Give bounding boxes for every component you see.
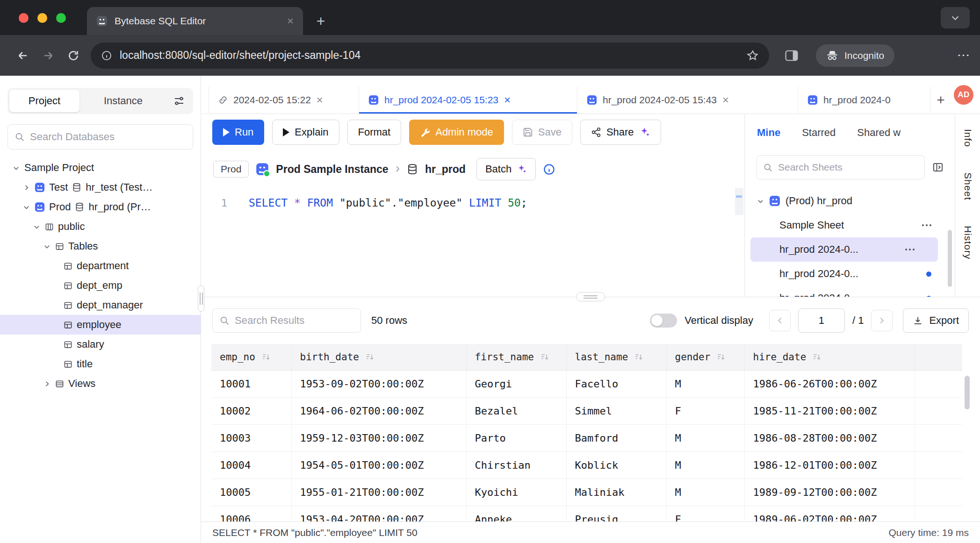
column-header-hire-date[interactable]: hire_date — [744, 344, 915, 370]
save-button[interactable]: Save — [512, 120, 572, 145]
sidebar-item-tables-group[interactable]: Tables — [0, 236, 201, 256]
tab-instance[interactable]: Instance — [79, 95, 167, 107]
sidebar-item-table-employee[interactable]: employee — [0, 315, 201, 335]
user-avatar[interactable]: AD — [954, 85, 973, 105]
sidebar-item-schema-public[interactable]: public — [0, 217, 201, 236]
sheets-search[interactable] — [756, 155, 925, 179]
search-sheets-input[interactable] — [778, 162, 918, 173]
reload-button[interactable] — [61, 43, 86, 68]
instance-name[interactable]: Prod Sample Instance — [276, 163, 388, 176]
tab-shared[interactable]: Shared w — [857, 127, 901, 139]
table-row[interactable]: 100021964-06-02T00:00:00ZBezalelSimmelF1… — [211, 397, 962, 424]
tab-sheet[interactable]: Sheet — [962, 172, 973, 200]
sheet-tab-2[interactable]: hr_prod 2024-02-05 15:43 × — [577, 86, 798, 114]
browser-tab[interactable]: Bytebase SQL Editor × — [87, 7, 303, 35]
back-button[interactable] — [10, 43, 36, 68]
chevron-down-icon[interactable] — [22, 204, 30, 211]
column-header-first-name[interactable]: first_name — [466, 344, 566, 370]
column-header-emp-no[interactable]: emp_no — [211, 344, 291, 370]
sidebar-resize-handle[interactable] — [198, 286, 204, 312]
database-search[interactable] — [7, 124, 193, 150]
table-scrollbar[interactable] — [965, 376, 970, 409]
export-button[interactable]: Export — [903, 308, 969, 333]
filter-settings-button[interactable] — [167, 95, 191, 107]
sidebar-item-table-title[interactable]: title — [0, 354, 201, 374]
share-button[interactable]: Share — [580, 120, 661, 145]
more-menu-icon[interactable] — [905, 249, 915, 250]
column-header-gender[interactable]: gender — [666, 344, 744, 370]
tab-history[interactable]: History — [962, 226, 973, 259]
sheets-group[interactable]: (Prod) hr_prod — [745, 189, 955, 213]
close-icon[interactable]: × — [317, 94, 323, 106]
forward-button[interactable] — [36, 43, 61, 68]
run-button[interactable]: Run — [212, 120, 264, 145]
chevron-down-icon[interactable] — [43, 243, 51, 250]
sort-icon[interactable] — [365, 352, 375, 362]
sheet-item-0[interactable]: Sample Sheet — [745, 213, 955, 237]
column-header-last-name[interactable]: last_name — [566, 344, 666, 370]
sheet-tab-0[interactable]: 2024-02-05 15:22 × — [209, 86, 359, 114]
sidebar-item-env-prod[interactable]: Prod hr_prod (Pr… — [0, 197, 201, 217]
sheet-tab-1[interactable]: hr_prod 2024-02-05 15:23 × — [359, 86, 577, 114]
column-header-birth-date[interactable]: birth_date — [291, 344, 466, 370]
browser-menu-icon[interactable]: ⋮ — [957, 49, 970, 62]
sheet-item-3[interactable]: hr_prod 2024-0... — [745, 286, 955, 297]
sidebar-item-table-dept-manager[interactable]: dept_manager — [0, 295, 201, 315]
tab-starred[interactable]: Starred — [802, 127, 836, 139]
batch-button[interactable]: Batch — [476, 158, 536, 180]
chevron-right-icon[interactable] — [43, 380, 51, 387]
tab-list-button[interactable] — [941, 7, 970, 29]
chevron-down-icon[interactable] — [33, 223, 41, 230]
info-icon[interactable] — [543, 163, 555, 176]
bookmark-star-icon[interactable] — [747, 50, 759, 62]
more-menu-icon[interactable] — [922, 224, 931, 226]
chevron-right-icon[interactable] — [22, 184, 30, 191]
close-icon[interactable]: × — [287, 15, 294, 27]
sql-editor[interactable]: 1 SELECT * FROM "public"."employee" LIMI… — [201, 188, 744, 297]
side-panel-icon[interactable] — [785, 50, 798, 61]
prev-page-button[interactable] — [769, 310, 791, 331]
panel-resize-handle[interactable] — [576, 292, 605, 301]
table-row[interactable]: 100051955-01-21T00:00:00ZKyoichiMaliniak… — [211, 479, 962, 506]
sheets-scrollbar[interactable] — [948, 230, 952, 287]
admin-mode-button[interactable]: Admin mode — [409, 120, 504, 145]
explain-button[interactable]: Explain — [272, 120, 339, 145]
sheet-item-2[interactable]: hr_prod 2024-0... — [745, 262, 955, 286]
window-close-button[interactable] — [19, 13, 29, 23]
sort-icon[interactable] — [716, 352, 726, 362]
chevron-down-icon[interactable] — [757, 198, 764, 205]
page-number-input[interactable] — [798, 308, 845, 333]
search-databases-input[interactable] — [30, 131, 186, 143]
collapse-panel-icon[interactable] — [932, 162, 944, 173]
table-row[interactable]: 100031959-12-03T00:00:00ZPartoBamfordM19… — [211, 424, 962, 451]
sort-icon[interactable] — [634, 352, 643, 362]
search-results-input[interactable] — [235, 314, 354, 327]
new-sheet-button[interactable]: + — [930, 86, 951, 114]
chevron-down-icon[interactable] — [12, 164, 20, 171]
results-search[interactable] — [212, 308, 361, 333]
sheet-item-1[interactable]: hr_prod 2024-0... — [750, 237, 938, 262]
sidebar-item-table-salary[interactable]: salary — [0, 335, 201, 354]
sheet-tab-3[interactable]: hr_prod 2024-0 — [798, 86, 930, 114]
close-icon[interactable]: × — [722, 94, 729, 106]
tab-project[interactable]: Project — [9, 90, 79, 112]
sidebar-item-sample-project[interactable]: Sample Project — [0, 158, 201, 178]
format-button[interactable]: Format — [347, 120, 402, 145]
next-page-button[interactable] — [871, 310, 893, 331]
sidebar-item-views-group[interactable]: Views — [0, 374, 201, 393]
sidebar-item-table-department[interactable]: department — [0, 256, 201, 276]
window-minimize-button[interactable] — [37, 13, 47, 23]
table-row[interactable]: 100011953-09-02T00:00:00ZGeorgiFacelloM1… — [211, 370, 962, 397]
editor-minimap[interactable] — [735, 188, 743, 297]
tab-mine[interactable]: Mine — [757, 127, 780, 139]
address-bar[interactable]: localhost:8080/sql-editor/sheet/project-… — [91, 43, 769, 69]
window-zoom-button[interactable] — [56, 13, 66, 23]
close-icon[interactable]: × — [504, 94, 511, 106]
tab-info[interactable]: Info — [962, 129, 973, 147]
table-row[interactable]: 100061953-04-20T00:00:00ZAnnekePreusigF1… — [211, 506, 962, 522]
sidebar-item-table-dept-emp[interactable]: dept_emp — [0, 276, 201, 295]
sort-icon[interactable] — [261, 352, 271, 362]
new-tab-button[interactable]: + — [310, 11, 331, 31]
site-info-icon[interactable] — [101, 50, 112, 61]
table-row[interactable]: 100041954-05-01T00:00:00ZChirstianKoblic… — [211, 451, 962, 479]
